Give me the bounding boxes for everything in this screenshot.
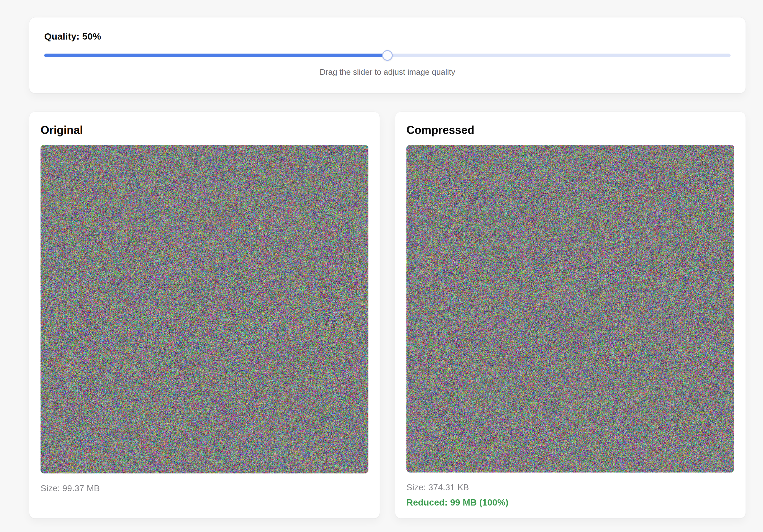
slider-thumb[interactable] — [382, 50, 393, 61]
original-image-preview — [41, 145, 369, 474]
comparison-row: Original Size: 99.37 MB Compressed Size:… — [29, 112, 746, 519]
original-card: Original Size: 99.37 MB — [29, 112, 380, 519]
page: Quality: 50% Drag the slider to adjust i… — [0, 0, 763, 532]
slider-hint-text: Drag the slider to adjust image quality — [44, 67, 730, 77]
original-title: Original — [41, 124, 369, 137]
compressed-size-label: Size: 374.31 KB — [406, 483, 734, 492]
quality-slider[interactable] — [44, 50, 730, 61]
compressed-image-preview — [406, 145, 734, 473]
original-size-label: Size: 99.37 MB — [41, 484, 369, 493]
compressed-title: Compressed — [406, 124, 734, 137]
slider-track[interactable] — [44, 53, 730, 57]
reduction-badge: Reduced: 99 MB (100%) — [406, 497, 734, 508]
quality-value-label: Quality: 50% — [44, 31, 730, 42]
slider-fill — [44, 53, 387, 57]
compressed-card: Compressed Size: 374.31 KB Reduced: 99 M… — [395, 112, 746, 519]
quality-panel: Quality: 50% Drag the slider to adjust i… — [29, 17, 746, 93]
